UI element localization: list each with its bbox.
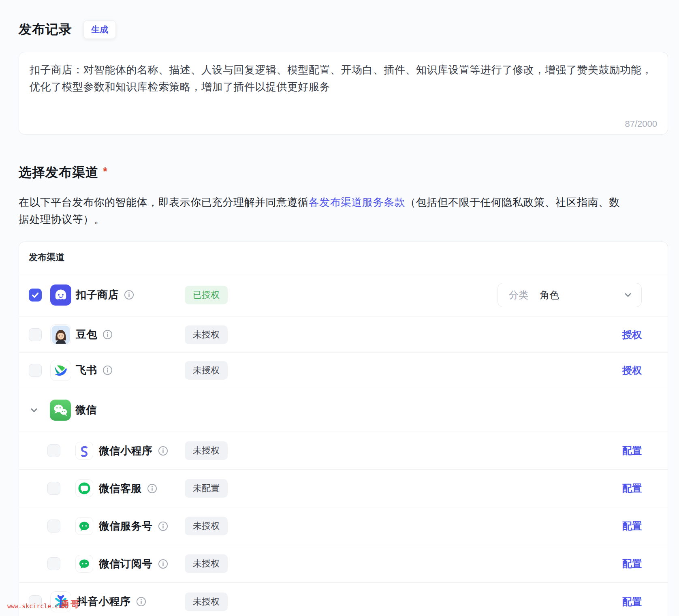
- configure-link[interactable]: 配置: [622, 482, 642, 495]
- coze-store-checkbox[interactable]: [29, 289, 42, 302]
- info-icon[interactable]: [158, 446, 168, 456]
- status-badge: 未授权: [185, 592, 228, 611]
- configure-link[interactable]: 配置: [622, 557, 642, 570]
- status-badge: 已授权: [185, 286, 228, 304]
- info-icon[interactable]: [102, 329, 113, 340]
- wechat-subscription-account-checkbox[interactable]: [47, 557, 60, 570]
- disclaimer-text: 在以下平台发布你的智能体，即表示你已充分理解并同意遵循各发布渠道服务条款（包括但…: [19, 194, 628, 228]
- channel-row-wechat-service-account: 微信服务号 未授权 配置: [19, 507, 668, 545]
- wechat-miniprogram-checkbox[interactable]: [47, 444, 60, 457]
- page-title: 发布记录: [19, 21, 72, 38]
- info-icon[interactable]: [147, 483, 157, 494]
- publish-record-textarea[interactable]: 扣子商店：对智能体的名称、描述、人设与回复逻辑、模型配置、开场白、插件、知识库设…: [19, 52, 668, 135]
- status-badge: 未授权: [185, 554, 228, 573]
- configure-link[interactable]: 配置: [622, 444, 642, 457]
- chevron-down-icon: [623, 290, 633, 300]
- status-badge: 未授权: [185, 517, 228, 535]
- authorize-link[interactable]: 授权: [622, 328, 642, 341]
- channel-row-wechat-kefu: 微信客服 未配置 配置: [19, 470, 668, 507]
- channel-name: 微信服务号: [99, 519, 153, 533]
- section-title: 选择发布渠道*: [19, 164, 668, 182]
- wechat-kefu-checkbox[interactable]: [47, 482, 60, 495]
- channel-name: 微信订阅号: [99, 557, 153, 571]
- channel-name: 抖音小程序: [77, 595, 131, 609]
- info-icon[interactable]: [102, 365, 113, 375]
- required-asterisk: *: [103, 165, 108, 178]
- channels-table-header: 发布渠道: [19, 242, 668, 273]
- channel-row-wechat-miniprogram: 微信小程序 未授权 配置: [19, 432, 668, 470]
- disclaimer-before: 在以下平台发布你的智能体，即表示你已充分理解并同意遵循: [19, 196, 309, 208]
- channel-row-wechat-subscription-account: 微信订阅号 未授权 配置: [19, 545, 668, 583]
- wechat-kefu-icon: [75, 479, 93, 497]
- category-value: 角色: [540, 289, 559, 302]
- check-icon: [29, 289, 41, 302]
- wechat-subscription-account-icon: [75, 555, 93, 573]
- char-counter: 87/2000: [625, 119, 657, 129]
- channel-group-row-wechat: 微信: [19, 388, 668, 432]
- feishu-icon: [50, 360, 71, 381]
- channel-row-feishu: 飞书 未授权 授权: [19, 353, 668, 388]
- feishu-checkbox[interactable]: [29, 364, 42, 377]
- terms-link[interactable]: 各发布渠道服务条款: [309, 196, 406, 208]
- info-icon[interactable]: [136, 597, 146, 607]
- generate-button[interactable]: 生成: [83, 20, 116, 39]
- channel-name: 豆包: [76, 327, 97, 342]
- channel-name: 微信小程序: [99, 444, 153, 458]
- status-badge: 未配置: [185, 479, 228, 498]
- configure-link[interactable]: 配置: [622, 595, 642, 608]
- authorize-link[interactable]: 授权: [622, 364, 642, 377]
- channel-name: 微信: [75, 403, 97, 417]
- page-header: 发布记录 生成: [19, 20, 668, 39]
- doubao-checkbox[interactable]: [29, 328, 42, 341]
- section-title-text: 选择发布渠道: [19, 165, 99, 180]
- wechat-service-account-icon: [75, 517, 93, 535]
- doubao-icon: [50, 324, 71, 345]
- category-label: 分类: [509, 289, 528, 302]
- channels-panel: 发布渠道 扣子商店 已授权 分类 角色: [19, 242, 668, 616]
- wechat-icon: [50, 400, 71, 421]
- info-icon[interactable]: [124, 290, 134, 300]
- wechat-service-account-checkbox[interactable]: [47, 520, 60, 533]
- collapse-chevron-icon[interactable]: [29, 405, 39, 415]
- watermark-name: 勇哥: [61, 598, 80, 610]
- status-badge: 未授权: [185, 441, 228, 460]
- info-icon[interactable]: [158, 521, 168, 531]
- status-badge: 未授权: [185, 361, 228, 380]
- channel-row-douyin-miniprogram: 抖音小程序 未授权 配置: [19, 583, 668, 616]
- channel-name: 微信客服: [99, 481, 142, 496]
- info-icon[interactable]: [158, 559, 168, 569]
- publish-page: 发布记录 生成 扣子商店：对智能体的名称、描述、人设与回复逻辑、模型配置、开场白…: [0, 20, 679, 616]
- channel-name: 扣子商店: [76, 288, 119, 302]
- channel-name: 飞书: [76, 363, 97, 377]
- channel-row-coze-store: 扣子商店 已授权 分类 角色: [19, 273, 668, 317]
- watermark-site: www.skcircle.com: [7, 603, 66, 610]
- coze-store-icon: [50, 284, 71, 306]
- channel-row-doubao: 豆包 未授权 授权: [19, 317, 668, 353]
- configure-link[interactable]: 配置: [622, 520, 642, 533]
- wechat-miniprogram-icon: [75, 442, 93, 460]
- status-badge: 未授权: [185, 325, 228, 344]
- category-dropdown[interactable]: 分类 角色: [498, 283, 642, 307]
- publish-record-text: 扣子商店：对智能体的名称、描述、人设与回复逻辑、模型配置、开场白、插件、知识库设…: [30, 61, 657, 95]
